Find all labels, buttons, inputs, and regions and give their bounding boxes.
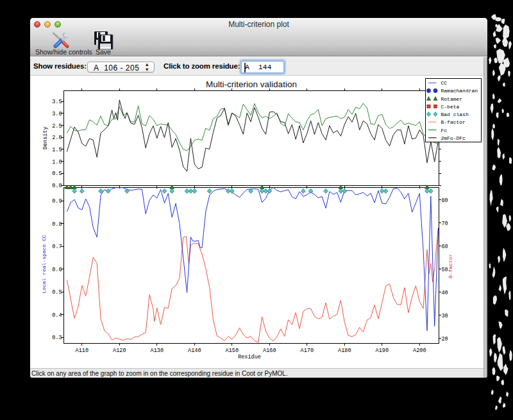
svg-text:Multi-criterion validation: Multi-criterion validation [206,80,297,89]
svg-text:Bad clash: Bad clash [441,112,469,117]
svg-text:80: 80 [442,197,448,204]
svg-text:0.0: 0.0 [52,183,62,189]
svg-text:Density: Density [42,126,49,149]
svg-text:1.0: 1.0 [52,159,62,165]
svg-text:2.5: 2.5 [52,123,62,130]
svg-text:B-factor: B-factor [441,119,466,125]
svg-text:1.5: 1.5 [52,147,62,153]
svg-text:A160: A160 [263,348,276,354]
svg-text:A140: A140 [188,348,201,354]
svg-text:20: 20 [442,336,448,342]
svg-text:0.5: 0.5 [52,171,62,177]
svg-text:2mFo-DFc: 2mFo-DFc [441,135,466,141]
svg-text:0.9: 0.9 [52,198,62,205]
svg-text:C-beta: C-beta [441,104,460,110]
svg-text:Local real-space CC: Local real-space CC [41,235,47,293]
svg-text:3.5: 3.5 [52,99,62,105]
svg-text:2.0: 2.0 [52,135,62,141]
svg-text:A120: A120 [113,348,126,354]
svg-text:0.7: 0.7 [52,244,62,250]
svg-text:70: 70 [442,221,448,227]
svg-text:0.5: 0.5 [52,289,62,296]
svg-text:B-factor: B-factor [448,254,453,279]
svg-text:A110: A110 [76,348,88,354]
svg-text:Rotamer: Rotamer [441,96,463,102]
svg-text:0.3: 0.3 [52,335,62,341]
svg-text:3.0: 3.0 [52,111,62,117]
svg-text:A170: A170 [301,348,314,354]
svg-text:A130: A130 [151,348,164,354]
svg-text:Residue: Residue [238,354,261,360]
svg-text:0.4: 0.4 [52,312,62,319]
svg-text:A190: A190 [376,348,389,354]
svg-text:Ramachandran: Ramachandran [441,88,478,94]
svg-text:0.6: 0.6 [52,267,62,273]
svg-text:40: 40 [442,290,448,296]
svg-text:A200: A200 [413,348,426,354]
svg-text:A180: A180 [338,348,351,354]
svg-text:30: 30 [442,313,448,319]
svg-text:60: 60 [442,244,448,250]
svg-text:Fc: Fc [441,128,448,133]
svg-text:CC: CC [441,80,448,86]
svg-text:A150: A150 [226,348,239,354]
svg-text:0.8: 0.8 [52,221,62,228]
